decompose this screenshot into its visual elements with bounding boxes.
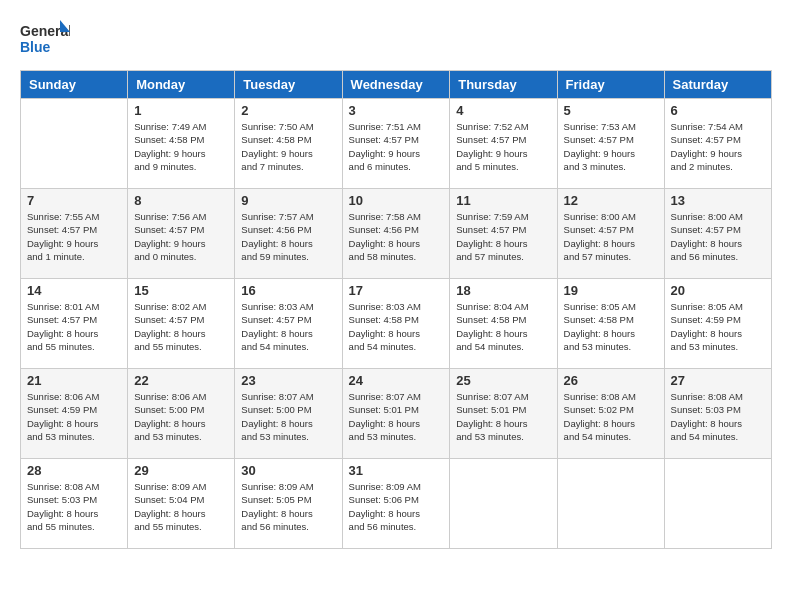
calendar-week-row: 7Sunrise: 7:55 AM Sunset: 4:57 PM Daylig… (21, 189, 772, 279)
calendar-day-header: Tuesday (235, 71, 342, 99)
logo: GeneralBlue (20, 20, 70, 60)
day-detail: Sunrise: 8:03 AM Sunset: 4:58 PM Dayligh… (349, 300, 444, 353)
calendar-day-header: Friday (557, 71, 664, 99)
day-number: 4 (456, 103, 550, 118)
day-number: 31 (349, 463, 444, 478)
day-number: 10 (349, 193, 444, 208)
calendar-week-row: 14Sunrise: 8:01 AM Sunset: 4:57 PM Dayli… (21, 279, 772, 369)
calendar-day-cell: 31Sunrise: 8:09 AM Sunset: 5:06 PM Dayli… (342, 459, 450, 549)
day-number: 21 (27, 373, 121, 388)
calendar-day-header: Sunday (21, 71, 128, 99)
calendar-day-cell: 1Sunrise: 7:49 AM Sunset: 4:58 PM Daylig… (128, 99, 235, 189)
day-number: 13 (671, 193, 765, 208)
calendar-day-cell: 6Sunrise: 7:54 AM Sunset: 4:57 PM Daylig… (664, 99, 771, 189)
day-number: 9 (241, 193, 335, 208)
day-detail: Sunrise: 7:57 AM Sunset: 4:56 PM Dayligh… (241, 210, 335, 263)
calendar-day-cell: 2Sunrise: 7:50 AM Sunset: 4:58 PM Daylig… (235, 99, 342, 189)
day-detail: Sunrise: 8:07 AM Sunset: 5:01 PM Dayligh… (349, 390, 444, 443)
calendar-day-cell: 16Sunrise: 8:03 AM Sunset: 4:57 PM Dayli… (235, 279, 342, 369)
calendar-day-cell: 10Sunrise: 7:58 AM Sunset: 4:56 PM Dayli… (342, 189, 450, 279)
day-number: 15 (134, 283, 228, 298)
day-detail: Sunrise: 8:04 AM Sunset: 4:58 PM Dayligh… (456, 300, 550, 353)
day-detail: Sunrise: 8:02 AM Sunset: 4:57 PM Dayligh… (134, 300, 228, 353)
logo-icon: GeneralBlue (20, 20, 70, 60)
calendar-week-row: 21Sunrise: 8:06 AM Sunset: 4:59 PM Dayli… (21, 369, 772, 459)
day-number: 25 (456, 373, 550, 388)
calendar-day-header: Wednesday (342, 71, 450, 99)
day-detail: Sunrise: 8:03 AM Sunset: 4:57 PM Dayligh… (241, 300, 335, 353)
calendar-day-cell: 24Sunrise: 8:07 AM Sunset: 5:01 PM Dayli… (342, 369, 450, 459)
day-number: 2 (241, 103, 335, 118)
day-number: 20 (671, 283, 765, 298)
day-detail: Sunrise: 7:54 AM Sunset: 4:57 PM Dayligh… (671, 120, 765, 173)
day-number: 5 (564, 103, 658, 118)
day-number: 6 (671, 103, 765, 118)
day-detail: Sunrise: 8:09 AM Sunset: 5:06 PM Dayligh… (349, 480, 444, 533)
day-detail: Sunrise: 8:08 AM Sunset: 5:03 PM Dayligh… (27, 480, 121, 533)
calendar-day-cell: 29Sunrise: 8:09 AM Sunset: 5:04 PM Dayli… (128, 459, 235, 549)
calendar-day-header: Thursday (450, 71, 557, 99)
calendar-day-cell: 11Sunrise: 7:59 AM Sunset: 4:57 PM Dayli… (450, 189, 557, 279)
day-detail: Sunrise: 7:55 AM Sunset: 4:57 PM Dayligh… (27, 210, 121, 263)
day-number: 28 (27, 463, 121, 478)
calendar-day-cell: 22Sunrise: 8:06 AM Sunset: 5:00 PM Dayli… (128, 369, 235, 459)
day-detail: Sunrise: 8:05 AM Sunset: 4:58 PM Dayligh… (564, 300, 658, 353)
calendar-day-cell: 15Sunrise: 8:02 AM Sunset: 4:57 PM Dayli… (128, 279, 235, 369)
day-number: 19 (564, 283, 658, 298)
day-number: 12 (564, 193, 658, 208)
day-detail: Sunrise: 7:56 AM Sunset: 4:57 PM Dayligh… (134, 210, 228, 263)
day-number: 16 (241, 283, 335, 298)
calendar-day-header: Monday (128, 71, 235, 99)
day-number: 26 (564, 373, 658, 388)
day-number: 1 (134, 103, 228, 118)
day-number: 27 (671, 373, 765, 388)
day-number: 18 (456, 283, 550, 298)
day-detail: Sunrise: 7:52 AM Sunset: 4:57 PM Dayligh… (456, 120, 550, 173)
day-detail: Sunrise: 7:51 AM Sunset: 4:57 PM Dayligh… (349, 120, 444, 173)
day-detail: Sunrise: 7:50 AM Sunset: 4:58 PM Dayligh… (241, 120, 335, 173)
calendar-day-cell: 26Sunrise: 8:08 AM Sunset: 5:02 PM Dayli… (557, 369, 664, 459)
page-header: GeneralBlue (20, 20, 772, 60)
day-number: 29 (134, 463, 228, 478)
calendar-day-cell: 5Sunrise: 7:53 AM Sunset: 4:57 PM Daylig… (557, 99, 664, 189)
day-detail: Sunrise: 7:58 AM Sunset: 4:56 PM Dayligh… (349, 210, 444, 263)
calendar-day-cell: 23Sunrise: 8:07 AM Sunset: 5:00 PM Dayli… (235, 369, 342, 459)
day-detail: Sunrise: 7:53 AM Sunset: 4:57 PM Dayligh… (564, 120, 658, 173)
day-detail: Sunrise: 8:05 AM Sunset: 4:59 PM Dayligh… (671, 300, 765, 353)
day-number: 14 (27, 283, 121, 298)
calendar-day-cell: 18Sunrise: 8:04 AM Sunset: 4:58 PM Dayli… (450, 279, 557, 369)
calendar-day-cell: 14Sunrise: 8:01 AM Sunset: 4:57 PM Dayli… (21, 279, 128, 369)
day-number: 8 (134, 193, 228, 208)
calendar-day-cell: 9Sunrise: 7:57 AM Sunset: 4:56 PM Daylig… (235, 189, 342, 279)
calendar-day-cell: 21Sunrise: 8:06 AM Sunset: 4:59 PM Dayli… (21, 369, 128, 459)
calendar-header-row: SundayMondayTuesdayWednesdayThursdayFrid… (21, 71, 772, 99)
calendar-table: SundayMondayTuesdayWednesdayThursdayFrid… (20, 70, 772, 549)
calendar-day-cell: 19Sunrise: 8:05 AM Sunset: 4:58 PM Dayli… (557, 279, 664, 369)
calendar-day-cell: 4Sunrise: 7:52 AM Sunset: 4:57 PM Daylig… (450, 99, 557, 189)
day-detail: Sunrise: 8:01 AM Sunset: 4:57 PM Dayligh… (27, 300, 121, 353)
calendar-week-row: 28Sunrise: 8:08 AM Sunset: 5:03 PM Dayli… (21, 459, 772, 549)
day-detail: Sunrise: 8:00 AM Sunset: 4:57 PM Dayligh… (671, 210, 765, 263)
calendar-day-cell (21, 99, 128, 189)
calendar-day-cell: 13Sunrise: 8:00 AM Sunset: 4:57 PM Dayli… (664, 189, 771, 279)
day-detail: Sunrise: 7:49 AM Sunset: 4:58 PM Dayligh… (134, 120, 228, 173)
calendar-day-cell: 7Sunrise: 7:55 AM Sunset: 4:57 PM Daylig… (21, 189, 128, 279)
calendar-day-cell: 12Sunrise: 8:00 AM Sunset: 4:57 PM Dayli… (557, 189, 664, 279)
day-detail: Sunrise: 7:59 AM Sunset: 4:57 PM Dayligh… (456, 210, 550, 263)
day-detail: Sunrise: 8:08 AM Sunset: 5:03 PM Dayligh… (671, 390, 765, 443)
calendar-week-row: 1Sunrise: 7:49 AM Sunset: 4:58 PM Daylig… (21, 99, 772, 189)
calendar-day-cell: 25Sunrise: 8:07 AM Sunset: 5:01 PM Dayli… (450, 369, 557, 459)
calendar-day-header: Saturday (664, 71, 771, 99)
day-number: 3 (349, 103, 444, 118)
day-detail: Sunrise: 8:06 AM Sunset: 5:00 PM Dayligh… (134, 390, 228, 443)
calendar-day-cell: 20Sunrise: 8:05 AM Sunset: 4:59 PM Dayli… (664, 279, 771, 369)
calendar-day-cell (557, 459, 664, 549)
calendar-day-cell (664, 459, 771, 549)
day-detail: Sunrise: 8:06 AM Sunset: 4:59 PM Dayligh… (27, 390, 121, 443)
day-detail: Sunrise: 8:08 AM Sunset: 5:02 PM Dayligh… (564, 390, 658, 443)
day-number: 22 (134, 373, 228, 388)
day-number: 23 (241, 373, 335, 388)
calendar-day-cell: 17Sunrise: 8:03 AM Sunset: 4:58 PM Dayli… (342, 279, 450, 369)
calendar-day-cell: 3Sunrise: 7:51 AM Sunset: 4:57 PM Daylig… (342, 99, 450, 189)
day-number: 30 (241, 463, 335, 478)
